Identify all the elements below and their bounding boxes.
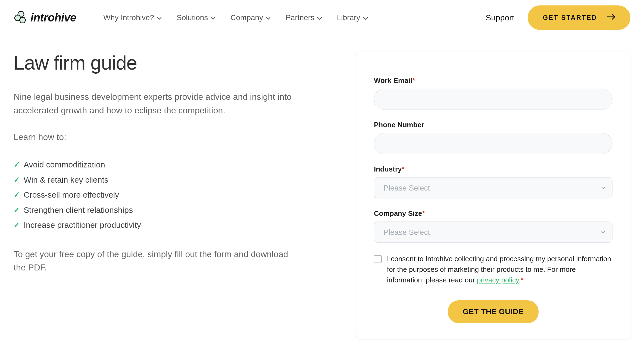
required-indicator: * xyxy=(521,276,523,284)
list-item: ✓ Increase practitioner productivity xyxy=(14,217,334,233)
list-item: ✓ Avoid commoditization xyxy=(14,157,334,172)
check-icon: ✓ xyxy=(14,203,20,217)
chevron-down-icon xyxy=(157,13,162,22)
list-item-text: Cross-sell more effectively xyxy=(24,187,119,202)
learn-label: Learn how to: xyxy=(14,132,334,142)
benefits-list: ✓ Avoid commoditization ✓ Win & retain k… xyxy=(14,157,334,233)
nav-item-label: Solutions xyxy=(177,13,208,22)
list-item: ✓ Cross-sell more effectively xyxy=(14,187,334,202)
list-item-text: Increase practitioner productivity xyxy=(24,217,141,233)
privacy-policy-link[interactable]: privacy policy xyxy=(477,276,519,284)
field-industry: Industry* Please Select xyxy=(374,165,612,198)
get-started-button[interactable]: GET STARTED xyxy=(528,5,630,30)
nav-solutions[interactable]: Solutions xyxy=(177,13,215,22)
list-item: ✓ Strengthen client relationships xyxy=(14,202,334,218)
email-input[interactable] xyxy=(374,89,612,110)
required-indicator: * xyxy=(412,76,415,85)
list-item-text: Avoid commoditization xyxy=(24,157,105,172)
label-text: Phone Number xyxy=(374,121,424,129)
cta-label: GET STARTED xyxy=(543,14,597,21)
intro-paragraph: Nine legal business development experts … xyxy=(14,90,312,117)
field-company-size: Company Size* Please Select xyxy=(374,209,612,243)
phone-label: Phone Number xyxy=(374,121,612,129)
phone-input[interactable] xyxy=(374,133,612,154)
check-icon: ✓ xyxy=(14,218,20,232)
chevron-down-icon xyxy=(317,13,322,22)
site-header: introhive Why Introhive? Solutions Compa… xyxy=(0,0,644,35)
page-title: Law firm guide xyxy=(14,52,334,74)
nav-item-label: Library xyxy=(337,13,360,22)
company-size-label: Company Size* xyxy=(374,209,612,218)
closing-paragraph: To get your free copy of the guide, simp… xyxy=(14,248,299,275)
nav-item-label: Company xyxy=(230,13,263,22)
arrow-right-icon xyxy=(607,14,615,22)
consent-row: I consent to Introhive collecting and pr… xyxy=(374,254,612,285)
submit-button[interactable]: GET THE GUIDE xyxy=(448,300,539,323)
logo[interactable]: introhive xyxy=(14,10,76,25)
list-item: ✓ Win & retain key clients xyxy=(14,172,334,188)
consent-checkbox[interactable] xyxy=(374,255,382,263)
required-indicator: * xyxy=(402,165,405,173)
nav-why-introhive[interactable]: Why Introhive? xyxy=(103,13,162,22)
main-content: Law firm guide Nine legal business devel… xyxy=(0,35,644,340)
chevron-down-icon xyxy=(266,13,271,22)
industry-select[interactable]: Please Select xyxy=(374,177,612,198)
content-column: Law firm guide Nine legal business devel… xyxy=(14,52,334,340)
email-label: Work Email* xyxy=(374,76,612,85)
list-item-text: Win & retain key clients xyxy=(24,172,108,188)
check-icon: ✓ xyxy=(14,173,20,187)
chevron-down-icon xyxy=(363,13,368,22)
label-text: Industry xyxy=(374,165,402,173)
nav-company[interactable]: Company xyxy=(230,13,271,22)
check-icon: ✓ xyxy=(14,158,20,172)
check-icon: ✓ xyxy=(14,188,20,202)
header-right: Support GET STARTED xyxy=(486,5,630,30)
chevron-down-icon xyxy=(211,13,215,22)
required-indicator: * xyxy=(422,209,425,217)
consent-text: I consent to Introhive collecting and pr… xyxy=(387,254,612,285)
nav-item-label: Partners xyxy=(286,13,314,22)
support-link[interactable]: Support xyxy=(486,13,514,22)
logo-text: introhive xyxy=(30,11,76,24)
lead-form: Work Email* Phone Number Industry* Pleas… xyxy=(356,52,630,340)
field-phone: Phone Number xyxy=(374,121,612,154)
nav-partners[interactable]: Partners xyxy=(286,13,322,22)
list-item-text: Strengthen client relationships xyxy=(24,202,133,218)
primary-nav: Why Introhive? Solutions Company Partner… xyxy=(103,13,368,22)
nav-item-label: Why Introhive? xyxy=(103,13,154,22)
industry-label: Industry* xyxy=(374,165,612,173)
svg-marker-2 xyxy=(19,17,26,23)
company-size-select[interactable]: Please Select xyxy=(374,222,612,243)
label-text: Company Size xyxy=(374,209,422,217)
nav-library[interactable]: Library xyxy=(337,13,368,22)
label-text: Work Email xyxy=(374,76,412,85)
logo-icon xyxy=(14,10,28,25)
field-work-email: Work Email* xyxy=(374,76,612,110)
